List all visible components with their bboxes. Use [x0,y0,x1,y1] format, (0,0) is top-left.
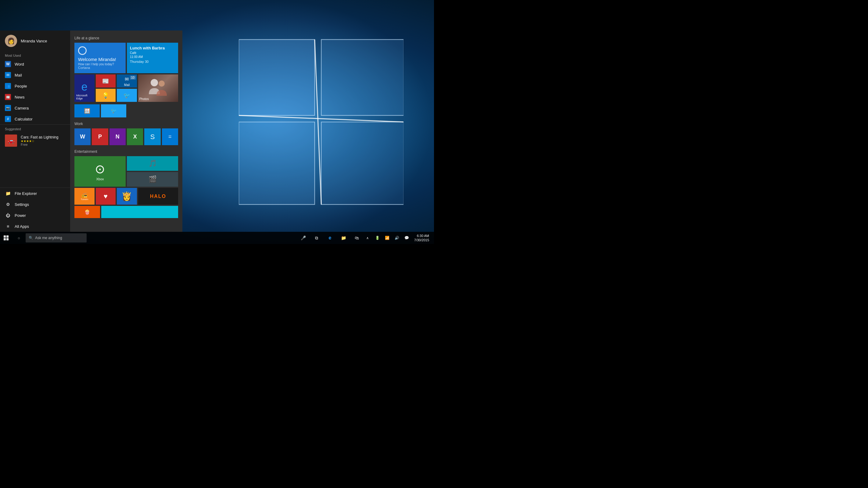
work-calculator-tile[interactable]: = [162,128,178,145]
calendar-day: Thursday 30 [130,60,175,63]
cortana-tile[interactable]: Welcome Miranda! How can I help you toda… [74,43,126,73]
menu-item-settings[interactable]: ⚙ Settings [0,199,70,210]
taskbar-task-view[interactable]: ⧉ [310,232,323,244]
calculator-icon: # [5,116,11,122]
file-explorer-taskbar-icon: 📁 [341,236,346,240]
work-skype-tile[interactable]: S [144,128,160,145]
edge-tile[interactable]: e Microsoft Edge [74,74,95,102]
suggested-stars: ★★★★☆ [21,140,65,143]
popcorn-tile[interactable]: 🍿 [74,206,100,218]
svg-marker-0 [239,40,315,116]
xbox-label: Xbox [96,177,104,181]
svg-marker-1 [321,40,403,116]
work-onenote-tile[interactable]: N [110,128,126,145]
task-view-icon: ⧉ [315,236,318,241]
menu-item-mail[interactable]: ✉ Mail [0,69,70,81]
mail-badge: 10 [130,75,136,80]
work-powerpoint-tile[interactable]: P [92,128,108,145]
clock-date: 7/30/2015 [414,238,429,242]
suggested-section: Suggested 🚗 Cars: Fast as Lightning ★★★★… [0,124,70,149]
taskbar-edge[interactable]: e [324,232,336,244]
mail-tile-icon: ✉ [125,76,129,82]
notifications-icon[interactable]: 💬 [402,232,411,244]
taskbar-store[interactable]: 🛍 [351,232,363,244]
twitter-icon: 🐦 [124,92,130,99]
calendar-venue: Café [130,51,175,55]
twitter-icon-2: 🐦 [111,108,117,114]
most-used-label: Most Used [0,51,70,59]
twitter-tile[interactable]: 🐦 [117,89,137,102]
tunein-icon: 📻 [82,192,88,198]
battery-icon-glyph: 🔋 [375,236,380,240]
taskbar-microphone[interactable]: 🎤 [297,232,309,244]
menu-item-camera[interactable]: 📷 Camera [0,102,70,114]
entertainment-tiles-main: ⊙ Xbox 🎵 🎬 [74,156,178,187]
frozen-icon: 👸 [121,191,132,201]
calendar-time: 11:00 AM [130,55,175,59]
power-label: Power [14,213,26,218]
suggested-item-cars[interactable]: 🚗 Cars: Fast as Lightning ★★★★☆ Free [0,132,70,149]
edge-logo: e [82,81,88,93]
svg-line-5 [314,40,321,205]
light-tile[interactable]: 💡 [96,89,116,102]
svg-point-6 [151,79,158,86]
frozen-tile[interactable]: 👸 [117,188,137,205]
movies-tile[interactable]: 🎬 [127,172,178,187]
suggested-free-label: Free [21,143,65,146]
work-word-tile[interactable]: W [74,128,91,145]
battery-icon[interactable]: 🔋 [373,232,382,244]
file-explorer-icon: 📁 [5,190,11,196]
calendar-event-title: Lunch with Barbra [130,46,175,51]
chevron-up-icon: ∧ [366,236,369,240]
wifi-icon-glyph: 📶 [385,236,390,240]
search-bar[interactable]: 🔍 Ask me anything [26,233,87,242]
microphone-icon: 🎤 [301,236,306,240]
taskbar-file-explorer[interactable]: 📁 [337,232,349,244]
tunein-label: TuneIn [81,198,88,201]
cortana-taskbar-button[interactable]: ○ [13,232,25,244]
suggested-app-name: Cars: Fast as Lightning [21,135,65,140]
entertainment-right: 🎵 🎬 [127,156,178,187]
groove-tile[interactable]: 🎵 [127,156,178,171]
menu-item-news[interactable]: 📰 News [0,92,70,102]
xbox-logo: ⊙ [95,162,105,176]
iheart-tile[interactable]: ♥ [96,188,116,205]
iheart-icon: ♥ [104,192,108,201]
menu-item-power[interactable]: ⏻ Power [0,210,70,221]
svg-point-7 [159,81,165,87]
windows-store-tile[interactable]: 🪟 [74,104,100,117]
people-label: People [14,84,27,88]
work-excel-tile[interactable]: X [127,128,143,145]
calendar-tile[interactable]: Lunch with Barbra Café 11:00 AM Thursday… [127,43,178,73]
mail-tile[interactable]: ✉ Mail 10 [117,74,137,88]
svg-rect-10 [4,238,6,240]
menu-item-all-apps[interactable]: ≡ All Apps [0,221,70,232]
cortana-welcome: Welcome Miranda! [78,57,122,62]
menu-item-word[interactable]: W Word [0,59,70,69]
word-label: Word [14,62,24,66]
halo-tile[interactable]: HALO [138,188,178,205]
start-button[interactable] [0,232,12,244]
taskbar-clock[interactable]: 6:30 AM 7/30/2015 [412,232,432,244]
menu-item-people[interactable]: 👥 People [0,81,70,92]
entertainment-row2: 📻 TuneIn ♥ 👸 HALO [74,188,178,205]
camera-label: Camera [14,106,29,111]
menu-item-calculator[interactable]: # Calculator [0,114,70,124]
menu-item-file-explorer[interactable]: 📁 File Explorer [0,188,70,199]
cortana-ring [78,47,87,55]
volume-icon[interactable]: 🔊 [392,232,401,244]
xbox-tile[interactable]: ⊙ Xbox [74,156,126,187]
notification-chevron[interactable]: ∧ [363,232,372,244]
word-icon: W [5,61,11,67]
tunein-tile[interactable]: 📻 TuneIn [74,188,95,205]
start-menu: 👩 Miranda Vance Most Used W Word ✉ Mail … [0,30,182,232]
twitter-tile-2[interactable]: 🐦 [101,104,126,117]
wifi-icon[interactable]: 📶 [382,232,392,244]
news-small-tile[interactable]: 📰 [96,74,116,88]
user-section[interactable]: 👩 Miranda Vance [0,30,70,51]
partial-tile-2[interactable] [101,206,178,218]
settings-label: Settings [14,202,29,207]
photos-tile[interactable]: Photos [138,74,178,102]
svg-marker-2 [239,122,315,204]
photos-label: Photos [140,97,149,101]
